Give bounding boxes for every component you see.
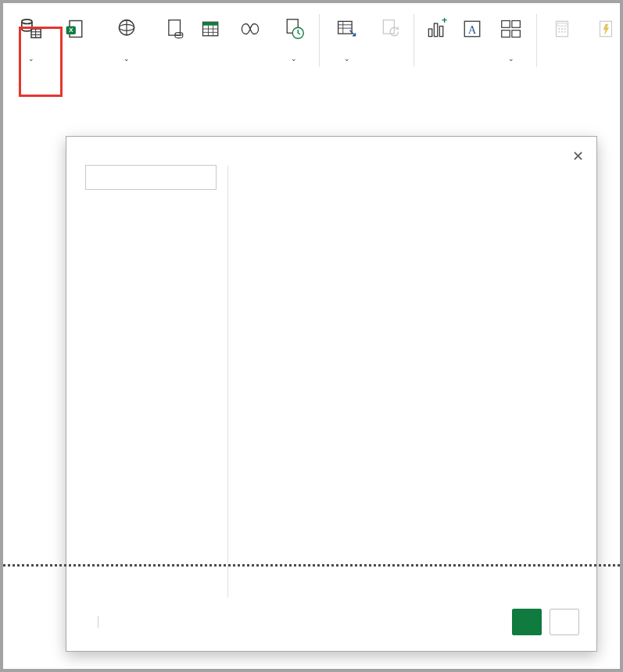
text-box-button[interactable]: A	[457, 14, 488, 66]
recent-sources-icon	[283, 16, 305, 42]
svg-rect-13	[203, 22, 218, 25]
svg-point-38	[561, 28, 563, 30]
refresh-icon	[380, 16, 402, 42]
svg-point-41	[561, 31, 563, 33]
excel-workbook-button[interactable]: X	[55, 14, 95, 66]
get-data-button[interactable]: ⌄	[11, 14, 52, 66]
svg-rect-33	[502, 30, 510, 38]
svg-text:+: +	[442, 18, 447, 26]
onelake-icon	[115, 16, 138, 42]
enter-data-icon	[200, 16, 222, 42]
menubar	[3, 3, 620, 13]
get-data-dialog: ✕	[66, 136, 597, 652]
source-list[interactable]	[241, 174, 582, 598]
ribbon: ⌄ X ⌄	[3, 13, 620, 70]
svg-text:X: X	[69, 27, 73, 34]
more-visuals-button[interactable]: ⌄	[491, 14, 532, 66]
onelake-data-hub-button[interactable]: ⌄	[98, 14, 155, 66]
svg-rect-34	[512, 30, 521, 38]
database-import-icon	[20, 16, 43, 42]
dataverse-icon	[238, 16, 262, 42]
dialog-right-panel	[227, 165, 582, 598]
enter-data-button[interactable]	[195, 14, 227, 66]
more-visuals-icon	[499, 16, 523, 42]
svg-point-37	[558, 28, 560, 30]
chevron-down-icon: ⌄	[28, 55, 34, 63]
excel-icon: X	[64, 16, 86, 42]
new-measure-button[interactable]	[542, 14, 582, 66]
sql-server-icon	[165, 16, 185, 42]
text-box-icon: A	[462, 16, 482, 42]
svg-text:A: A	[468, 23, 477, 36]
new-visual-button[interactable]: +	[419, 14, 453, 66]
svg-rect-24	[383, 20, 394, 34]
bar-chart-icon: +	[425, 16, 447, 42]
sql-server-button[interactable]	[158, 14, 192, 66]
svg-rect-20	[338, 21, 353, 34]
chevron-down-icon: ⌄	[508, 55, 514, 63]
svg-rect-32	[512, 21, 521, 28]
footer-separator	[98, 616, 98, 628]
chevron-down-icon: ⌄	[124, 55, 130, 63]
ribbon-group-queries: ⌄	[320, 14, 414, 67]
recent-sources-button[interactable]: ⌄	[274, 14, 314, 66]
dialog-left-panel	[85, 165, 227, 598]
svg-rect-36	[558, 23, 567, 27]
search-input[interactable]	[85, 165, 217, 190]
chevron-down-icon: ⌄	[344, 55, 350, 63]
transform-data-button[interactable]: ⌄	[324, 14, 370, 66]
dotted-separator	[3, 564, 620, 567]
svg-rect-31	[502, 21, 510, 28]
transform-data-icon	[335, 16, 359, 42]
quick-measure-button[interactable]	[585, 14, 623, 66]
chevron-down-icon: ⌄	[291, 55, 297, 63]
dataverse-button[interactable]	[230, 14, 270, 66]
svg-point-39	[564, 28, 566, 30]
svg-rect-10	[169, 20, 181, 36]
connect-button[interactable]	[512, 609, 542, 635]
refresh-button[interactable]	[373, 14, 409, 66]
quick-measure-icon	[596, 16, 615, 42]
cancel-button[interactable]	[550, 609, 579, 635]
svg-point-42	[564, 31, 566, 33]
ribbon-group-data: ⌄ X ⌄	[6, 14, 320, 67]
ribbon-group-calculations	[537, 14, 623, 67]
svg-rect-25	[428, 29, 431, 37]
ribbon-group-insert: + A ⌄	[414, 14, 537, 67]
calculator-icon	[553, 16, 571, 42]
dialog-footer	[66, 598, 596, 651]
svg-rect-27	[439, 27, 442, 37]
svg-point-40	[558, 31, 560, 33]
close-button[interactable]: ✕	[568, 145, 589, 168]
svg-rect-26	[434, 23, 437, 37]
svg-point-0	[22, 20, 32, 24]
close-icon: ✕	[572, 148, 584, 164]
